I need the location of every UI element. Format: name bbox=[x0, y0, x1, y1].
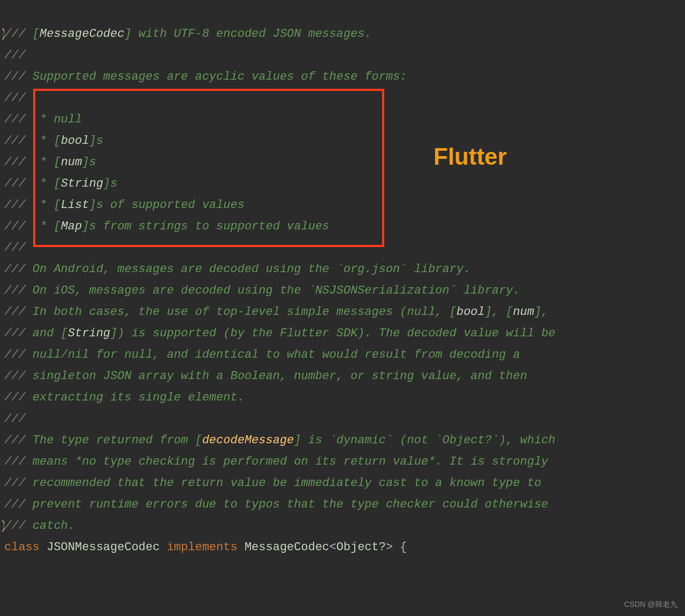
code-segment: /// bbox=[4, 173, 40, 195]
code-segment: /// bbox=[4, 451, 33, 473]
code-segment: num bbox=[61, 152, 82, 173]
code-segment: /// bbox=[4, 409, 26, 430]
gutter: ) bbox=[0, 24, 4, 45]
code-segment: /// bbox=[4, 430, 33, 451]
code-segment: catch. bbox=[33, 515, 75, 537]
code-segment: /// bbox=[4, 195, 40, 216]
code-segment: * [ bbox=[40, 173, 61, 195]
code-segment: /// bbox=[4, 344, 33, 366]
code-line: /// and [String]) is supported (by the F… bbox=[0, 323, 685, 344]
code-segment: /// bbox=[4, 24, 33, 45]
code-segment: ]s bbox=[82, 152, 96, 173]
code-segment: * [ bbox=[40, 152, 61, 173]
code-segment: and [ bbox=[33, 323, 68, 344]
code-segment: /// bbox=[4, 88, 26, 109]
code-segment: /// bbox=[4, 302, 33, 323]
code-segment: num bbox=[513, 302, 535, 323]
code-segment: /// bbox=[4, 387, 33, 409]
code-line: /// recommended that the return value be… bbox=[0, 473, 685, 494]
code-line: )/// catch. bbox=[0, 515, 685, 537]
code-line: /// * [num]s bbox=[0, 152, 685, 173]
watermark-text: CSDN @韩老九 bbox=[624, 600, 678, 610]
code-segment: /// bbox=[4, 323, 33, 344]
code-segment: On iOS, messages are decoded using the `… bbox=[33, 280, 520, 302]
code-viewer: )/// [MessageCodec] with UTF-8 encoded J… bbox=[0, 0, 685, 558]
code-line: /// In both cases, the use of top-level … bbox=[0, 302, 685, 323]
gutter: ) bbox=[0, 515, 4, 537]
code-segment: /// bbox=[4, 130, 40, 152]
code-segment: ], [ bbox=[485, 302, 513, 323]
code-segment: * [ bbox=[40, 216, 61, 237]
code-segment: bool bbox=[456, 302, 485, 323]
code-segment: String bbox=[61, 173, 103, 195]
code-line: /// * [bool]s bbox=[0, 130, 685, 152]
code-segment: /// bbox=[4, 473, 33, 494]
code-line: /// * [Map]s from strings to supported v… bbox=[0, 216, 685, 237]
code-line: /// singleton JSON array with a Boolean,… bbox=[0, 366, 685, 387]
code-line: /// Supported messages are acyclic value… bbox=[0, 66, 685, 88]
code-line: )/// [MessageCodec] with UTF-8 encoded J… bbox=[0, 24, 685, 45]
code-segment: ] with UTF-8 encoded JSON messages. bbox=[124, 24, 371, 45]
code-line: class JSONMessageCodec implements Messag… bbox=[0, 537, 685, 558]
code-segment: The type returned from [ bbox=[33, 430, 202, 451]
code-segment: * [ bbox=[40, 130, 61, 152]
code-line: /// means *no type checking is performed… bbox=[0, 451, 685, 473]
code-segment: /// bbox=[4, 152, 40, 173]
code-segment: On Android, messages are decoded using t… bbox=[33, 259, 471, 280]
code-segment: ] is `dynamic` (not `Object?`), which bbox=[294, 430, 555, 451]
code-segment: ], bbox=[534, 302, 548, 323]
code-segment: bool bbox=[61, 130, 89, 152]
code-segment: prevent runtime errors due to typos that… bbox=[33, 494, 549, 515]
code-line: /// null/nil for null, and identical to … bbox=[0, 344, 685, 366]
code-segment: MessageCodec bbox=[40, 24, 124, 45]
code-segment: String bbox=[68, 323, 110, 344]
code-line: /// prevent runtime errors due to typos … bbox=[0, 494, 685, 515]
code-segment: MessageCodec bbox=[245, 537, 329, 558]
code-segment: [ bbox=[33, 24, 40, 45]
code-segment: Supported messages are acyclic values of… bbox=[33, 66, 407, 88]
code-line: /// bbox=[0, 409, 685, 430]
code-segment: /// bbox=[4, 66, 33, 88]
code-segment: implements bbox=[167, 537, 245, 558]
code-line: /// bbox=[0, 88, 685, 109]
code-segment: singleton JSON array with a Boolean, num… bbox=[33, 366, 527, 387]
code-segment: ]s from strings to supported values bbox=[82, 216, 329, 237]
code-segment: /// bbox=[4, 280, 33, 302]
code-segment: < bbox=[329, 537, 336, 558]
code-segment: /// bbox=[4, 45, 26, 66]
code-line: /// extracting its single element. bbox=[0, 387, 685, 409]
code-line: /// * [String]s bbox=[0, 173, 685, 195]
code-segment: /// bbox=[4, 216, 40, 237]
code-segment: In both cases, the use of top-level simp… bbox=[33, 302, 456, 323]
code-segment: /// bbox=[4, 237, 26, 259]
code-segment: Object? bbox=[337, 537, 386, 558]
code-line: /// * [List]s of supported values bbox=[0, 195, 685, 216]
annotation-label: Flutter bbox=[433, 143, 507, 170]
code-line: /// On iOS, messages are decoded using t… bbox=[0, 280, 685, 302]
code-segment: List bbox=[61, 195, 89, 216]
code-segment: decodeMessage bbox=[202, 430, 294, 451]
code-line: /// bbox=[0, 45, 685, 66]
code-segment: ]s bbox=[103, 173, 117, 195]
code-segment: /// bbox=[4, 366, 33, 387]
code-segment: ]s of supported values bbox=[89, 195, 244, 216]
code-segment: /// bbox=[4, 109, 40, 130]
code-segment: ]) is supported (by the Flutter SDK). Th… bbox=[110, 323, 555, 344]
code-line: /// On Android, messages are decoded usi… bbox=[0, 259, 685, 280]
code-segment: /// bbox=[4, 515, 33, 537]
code-segment: /// bbox=[4, 494, 33, 515]
code-segment: class bbox=[4, 537, 47, 558]
code-segment: null/nil for null, and identical to what… bbox=[33, 344, 520, 366]
code-line: /// The type returned from [decodeMessag… bbox=[0, 430, 685, 451]
code-segment: /// bbox=[4, 259, 33, 280]
code-segment: JSONMessageCodec bbox=[47, 537, 166, 558]
code-segment: Map bbox=[61, 216, 82, 237]
code-segment: * null bbox=[40, 109, 82, 130]
code-segment: ]s bbox=[89, 130, 103, 152]
code-segment: recommended that the return value be imm… bbox=[33, 473, 542, 494]
code-segment: means *no type checking is performed on … bbox=[33, 451, 549, 473]
code-segment: > { bbox=[386, 537, 407, 558]
code-segment: * [ bbox=[40, 195, 61, 216]
code-line: /// bbox=[0, 237, 685, 259]
code-line: /// * null bbox=[0, 109, 685, 130]
